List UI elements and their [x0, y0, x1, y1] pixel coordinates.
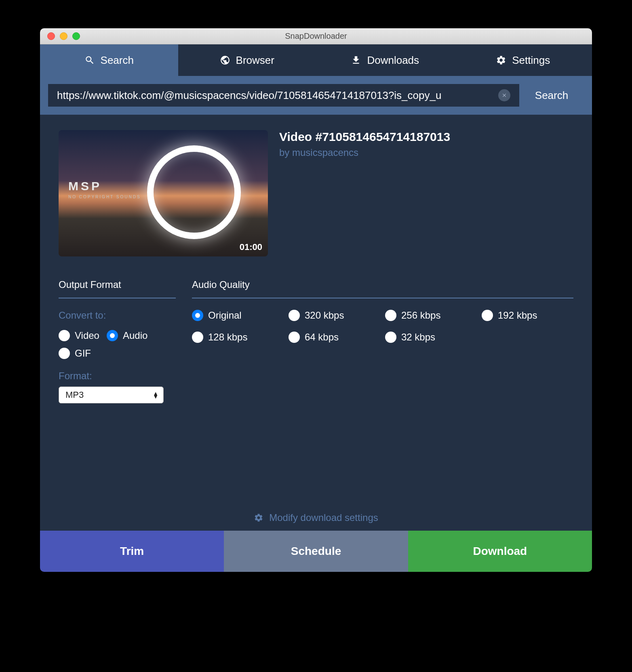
schedule-button-label: Schedule	[291, 545, 341, 558]
video-title: Video #7105814654714187013	[279, 130, 573, 144]
options-row: Output Format Convert to: Video Audio GI…	[59, 279, 573, 403]
format-select[interactable]: MP3 ▲▼	[59, 386, 164, 403]
video-thumbnail[interactable]: MSP NO COPYRIGHT SOUNDS 01:00	[59, 130, 268, 256]
thumbnail-subtitle: NO COPYRIGHT SOUNDS	[68, 195, 141, 199]
video-meta: Video #7105814654714187013 by musicspace…	[279, 130, 573, 256]
globe-icon	[220, 55, 230, 65]
main-tabs: Search Browser Downloads Settings	[40, 44, 592, 76]
radio-quality-256[interactable]: 256 kbps	[385, 310, 477, 321]
quality-options: Original 320 kbps 256 kbps 192 kbps	[192, 310, 573, 343]
radio-quality-label: 128 kbps	[208, 332, 247, 343]
radio-input	[385, 332, 396, 343]
search-icon	[84, 55, 95, 65]
radio-quality-label: 32 kbps	[401, 332, 435, 343]
gear-icon	[254, 513, 263, 523]
search-button[interactable]: Search	[519, 84, 584, 107]
radio-input	[482, 310, 493, 321]
radio-quality-original[interactable]: Original	[192, 310, 284, 321]
radio-input	[107, 330, 118, 341]
modify-download-settings[interactable]: Modify download settings	[59, 496, 573, 523]
url-input[interactable]	[57, 89, 493, 102]
radio-audio-label: Audio	[123, 330, 147, 341]
gear-icon	[496, 55, 506, 65]
convert-options: Video Audio GIF	[59, 330, 176, 359]
download-icon	[351, 55, 361, 65]
window-title: SnapDownloader	[40, 32, 592, 41]
tab-downloads-label: Downloads	[367, 54, 419, 67]
search-input-wrap	[48, 84, 519, 107]
radio-video[interactable]: Video	[59, 330, 99, 341]
action-bar: Trim Schedule Download	[40, 531, 592, 572]
radio-quality-64[interactable]: 64 kbps	[289, 332, 380, 343]
radio-input	[192, 332, 203, 343]
format-select-value: MP3	[65, 390, 84, 400]
tab-settings[interactable]: Settings	[454, 44, 592, 76]
video-duration: 01:00	[240, 242, 262, 252]
select-arrows-icon: ▲▼	[153, 392, 158, 398]
app-window: SnapDownloader Search Browser Downloads …	[40, 28, 592, 572]
radio-input	[385, 310, 396, 321]
radio-quality-128[interactable]: 128 kbps	[192, 332, 284, 343]
search-button-label: Search	[535, 89, 568, 102]
content-area: MSP NO COPYRIGHT SOUNDS 01:00 Video #710…	[40, 115, 592, 531]
radio-input	[59, 330, 70, 341]
trim-button-label: Trim	[120, 545, 144, 558]
radio-quality-label: 192 kbps	[498, 310, 537, 321]
radio-input	[59, 348, 70, 359]
output-format-heading: Output Format	[59, 279, 176, 298]
radio-quality-label: 320 kbps	[305, 310, 344, 321]
radio-video-label: Video	[75, 330, 99, 341]
radio-quality-32[interactable]: 32 kbps	[385, 332, 477, 343]
tab-search-label: Search	[101, 54, 134, 67]
tab-browser-label: Browser	[236, 54, 274, 67]
format-label: Format:	[59, 370, 176, 382]
radio-quality-label: 64 kbps	[305, 332, 339, 343]
radio-input	[289, 310, 300, 321]
schedule-button[interactable]: Schedule	[224, 531, 408, 572]
titlebar: SnapDownloader	[40, 28, 592, 44]
tab-settings-label: Settings	[512, 54, 550, 67]
convert-to-label: Convert to:	[59, 310, 176, 321]
radio-input	[192, 310, 203, 321]
radio-quality-label: 256 kbps	[401, 310, 440, 321]
radio-gif-label: GIF	[75, 348, 91, 359]
modify-settings-label: Modify download settings	[269, 512, 378, 523]
tab-downloads[interactable]: Downloads	[316, 44, 454, 76]
radio-quality-320[interactable]: 320 kbps	[289, 310, 380, 321]
trim-button[interactable]: Trim	[40, 531, 224, 572]
tab-search[interactable]: Search	[40, 44, 178, 76]
thumbnail-logo: MSP	[68, 179, 102, 193]
audio-quality-heading: Audio Quality	[192, 279, 573, 298]
tab-browser[interactable]: Browser	[178, 44, 316, 76]
close-icon	[501, 92, 507, 98]
radio-input	[289, 332, 300, 343]
download-button[interactable]: Download	[408, 531, 592, 572]
download-button-label: Download	[473, 545, 527, 558]
radio-gif[interactable]: GIF	[59, 348, 91, 359]
radio-audio[interactable]: Audio	[107, 330, 147, 341]
radio-quality-192[interactable]: 192 kbps	[482, 310, 573, 321]
radio-quality-label: Original	[208, 310, 242, 321]
video-info: MSP NO COPYRIGHT SOUNDS 01:00 Video #710…	[59, 130, 573, 256]
output-format-section: Output Format Convert to: Video Audio GI…	[59, 279, 176, 403]
clear-input-button[interactable]	[498, 89, 510, 101]
audio-quality-section: Audio Quality Original 320 kbps 256 kbps	[192, 279, 573, 403]
video-author: by musicspacencs	[279, 147, 573, 158]
search-bar: Search	[40, 76, 592, 115]
